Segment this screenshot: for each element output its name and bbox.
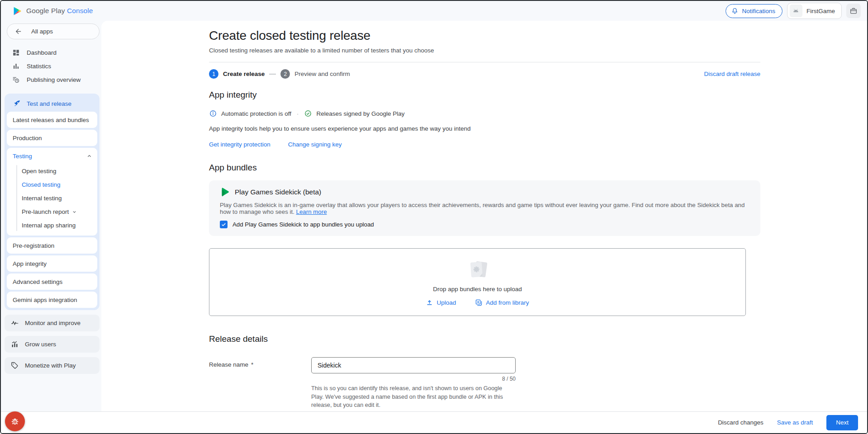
save-as-draft-button[interactable]: Save as draft bbox=[777, 419, 813, 426]
sidebar-item-open-testing[interactable]: Open testing bbox=[7, 164, 97, 178]
notifications-button[interactable]: Notifications bbox=[726, 4, 783, 18]
sidebar-item-label: App integrity bbox=[13, 260, 47, 267]
app-integrity-heading: App integrity bbox=[209, 90, 760, 100]
dropzone-text: Drop app bundles here to upload bbox=[433, 286, 522, 292]
all-apps-back-button[interactable]: All apps bbox=[7, 24, 100, 39]
sidebar-item-label: Gemini apps integration bbox=[13, 297, 77, 303]
sidekick-description: Play Games Sidekick is an in-game overla… bbox=[220, 202, 749, 215]
check-circle-icon bbox=[304, 109, 312, 118]
sidebar-item-monitor-and-improve[interactable]: Monitor and improve bbox=[5, 315, 100, 331]
sidebar-group-label: Test and release bbox=[27, 100, 71, 107]
sidebar-item-label: Dashboard bbox=[27, 49, 57, 56]
sidebar-item-pre-registration[interactable]: Pre-registration bbox=[7, 237, 97, 254]
sidekick-checkbox-row[interactable]: Add Play Games Sidekick to app bundles y… bbox=[220, 221, 749, 228]
add-from-library-button[interactable]: Add from library bbox=[475, 299, 529, 307]
toolbox-button[interactable] bbox=[846, 4, 861, 18]
discard-changes-button[interactable]: Discard changes bbox=[718, 419, 764, 426]
sidekick-checkbox-label: Add Play Games Sidekick to app bundles y… bbox=[232, 221, 374, 228]
monetize-tag-icon bbox=[10, 361, 19, 370]
bell-icon bbox=[731, 7, 739, 15]
sidebar-item-label: Pre-launch report bbox=[22, 208, 69, 215]
release-name-helper: This is so you can identify this release… bbox=[311, 384, 516, 410]
sidebar-item-publishing-overview[interactable]: Publishing overview bbox=[1, 73, 101, 86]
step-2-circle: 2 bbox=[280, 69, 290, 79]
signing-status-text: Releases signed by Google Play bbox=[316, 110, 404, 117]
character-counter: 8 / 50 bbox=[311, 376, 516, 382]
sidebar-item-grow-users[interactable]: Grow users bbox=[5, 336, 100, 353]
back-arrow-icon bbox=[14, 28, 22, 35]
feedback-fab[interactable] bbox=[5, 411, 25, 431]
step-1-circle: 1 bbox=[209, 69, 218, 79]
sidebar-item-internal-testing[interactable]: Internal testing bbox=[7, 191, 97, 205]
footer-action-bar: Discard changes Save as draft Next bbox=[1, 411, 867, 433]
sidebar-item-label: Testing bbox=[13, 153, 32, 160]
sidebar-item-prelaunch-report[interactable]: Pre-launch report bbox=[7, 205, 97, 218]
sidebar-item-monetize-with-play[interactable]: Monetize with Play bbox=[5, 357, 100, 374]
chevron-up-icon bbox=[86, 153, 93, 160]
sidebar-item-test-and-release[interactable]: Test and release bbox=[7, 95, 97, 112]
sidebar-item-label: Internal app sharing bbox=[22, 222, 76, 229]
integrity-status-row: Automatic protection is off · Releases s… bbox=[209, 109, 760, 118]
sidebar-item-label: Production bbox=[13, 135, 42, 142]
integrity-description: App integrity tools help you to ensure u… bbox=[209, 125, 760, 132]
sidebar-item-closed-testing[interactable]: Closed testing bbox=[7, 178, 97, 191]
sidebar-item-dashboard[interactable]: Dashboard bbox=[1, 46, 101, 59]
account-name: FirstGame bbox=[806, 8, 835, 14]
sidekick-card: Play Games Sidekick (beta) Play Games Si… bbox=[209, 180, 760, 236]
sidebar-item-statistics[interactable]: Statistics bbox=[1, 59, 101, 73]
sidekick-checkbox[interactable] bbox=[220, 221, 228, 228]
sidebar-item-label: Monetize with Play bbox=[25, 362, 76, 369]
release-name-label: Release name* bbox=[209, 357, 311, 410]
learn-more-link[interactable]: Learn more bbox=[296, 208, 327, 215]
sidebar-item-label: Closed testing bbox=[22, 181, 61, 188]
google-play-console-logo[interactable]: Google Play Console bbox=[13, 6, 93, 16]
app-window: Google Play Console Notifications bbox=[0, 0, 868, 434]
play-games-sidekick-icon bbox=[220, 187, 229, 197]
discard-draft-release-link[interactable]: Discard draft release bbox=[704, 71, 760, 77]
sidebar-item-latest-releases[interactable]: Latest releases and bundles bbox=[7, 112, 97, 128]
statistics-icon bbox=[12, 62, 20, 71]
sidebar-item-label: Latest releases and bundles bbox=[13, 117, 89, 123]
sidebar: All apps Dashboard Statistics bbox=[1, 21, 101, 434]
release-name-row: Release name* 8 / 50 This is so you can … bbox=[209, 357, 760, 410]
release-name-input[interactable] bbox=[311, 357, 516, 373]
android-app-icon bbox=[790, 5, 802, 17]
sidebar-item-testing[interactable]: Testing bbox=[7, 148, 97, 164]
chevron-down-icon bbox=[71, 209, 77, 215]
bug-icon bbox=[10, 416, 20, 426]
bundle-stack-icon bbox=[465, 258, 490, 283]
sidebar-item-label: Statistics bbox=[27, 63, 51, 70]
grow-users-icon bbox=[10, 340, 19, 349]
protection-status-text: Automatic protection is off bbox=[221, 110, 291, 117]
sidebar-item-advanced-settings[interactable]: Advanced settings bbox=[7, 274, 97, 290]
upload-label: Upload bbox=[436, 299, 456, 306]
sidebar-item-app-integrity[interactable]: App integrity bbox=[7, 255, 97, 272]
release-details-heading: Release details bbox=[209, 334, 760, 344]
sidebar-item-label: Pre-registration bbox=[13, 242, 54, 249]
sidebar-item-production[interactable]: Production bbox=[7, 130, 97, 146]
app-selector[interactable]: FirstGame bbox=[787, 3, 842, 19]
dashboard-icon bbox=[12, 48, 20, 57]
divider bbox=[209, 62, 760, 62]
testing-card: Testing Open testing Closed testing Inte… bbox=[7, 148, 97, 236]
next-button[interactable]: Next bbox=[826, 415, 858, 430]
upload-icon bbox=[426, 299, 433, 307]
sidebar-item-label: Open testing bbox=[22, 168, 57, 175]
step-preview-and-confirm[interactable]: 2 Preview and confirm bbox=[280, 69, 350, 79]
sidebar-item-label: Grow users bbox=[25, 341, 56, 348]
release-name-label-text: Release name bbox=[209, 361, 248, 368]
get-integrity-protection-link[interactable]: Get integrity protection bbox=[209, 141, 270, 148]
sidekick-title: Play Games Sidekick (beta) bbox=[235, 188, 321, 196]
app-bundle-dropzone[interactable]: Drop app bundles here to upload Upload bbox=[209, 248, 746, 316]
library-icon bbox=[475, 299, 483, 307]
stepper: 1 Create release 2 Preview and confirm D… bbox=[209, 69, 760, 79]
rocket-icon bbox=[13, 99, 21, 108]
change-signing-key-link[interactable]: Change signing key bbox=[288, 141, 342, 148]
topbar: Google Play Console Notifications bbox=[1, 1, 867, 21]
sidebar-item-internal-app-sharing[interactable]: Internal app sharing bbox=[7, 218, 97, 232]
step-create-release[interactable]: 1 Create release bbox=[209, 69, 265, 79]
sidebar-item-label: Internal testing bbox=[22, 195, 62, 202]
upload-button[interactable]: Upload bbox=[426, 299, 456, 307]
sidebar-item-gemini-apps-integration[interactable]: Gemini apps integration bbox=[7, 292, 97, 308]
briefcase-icon bbox=[849, 7, 858, 15]
